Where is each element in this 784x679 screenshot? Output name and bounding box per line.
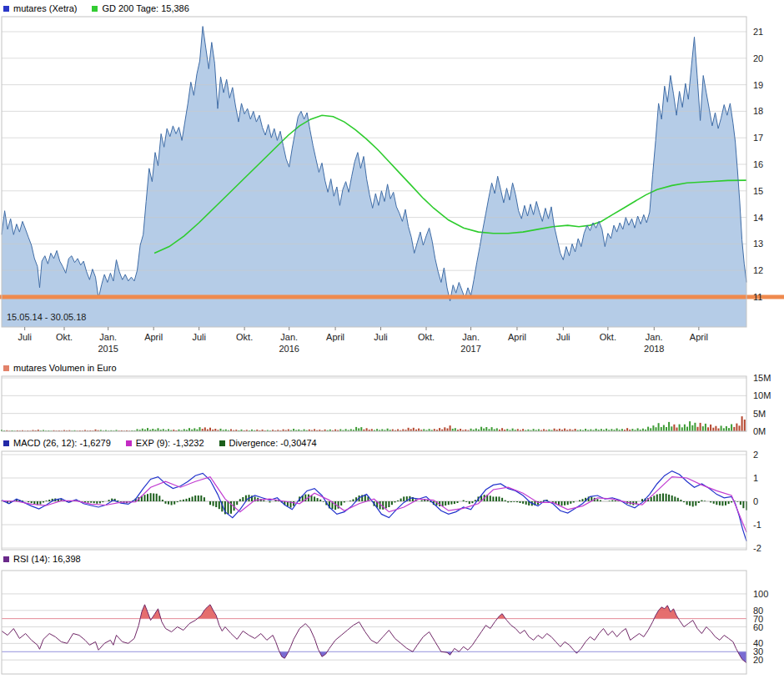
svg-text:2018: 2018 xyxy=(644,344,664,354)
divergence-bar xyxy=(219,501,220,509)
divergence-bar xyxy=(465,501,467,502)
volume-bar xyxy=(652,425,654,431)
divergence-bar xyxy=(150,493,152,501)
volume-bar xyxy=(689,421,691,431)
svg-text:11: 11 xyxy=(753,292,762,302)
rsi-chart: 100807060403020 xyxy=(0,566,784,679)
volume-bar xyxy=(158,428,159,431)
divergence-bar xyxy=(561,501,563,505)
divergence-bar xyxy=(495,496,497,501)
divergence-bar xyxy=(651,497,652,501)
volume-bar xyxy=(721,425,722,431)
divergence-bar xyxy=(698,501,700,503)
date-range-watermark: 15.05.14 - 30.05.18 xyxy=(7,312,86,322)
volume-bar xyxy=(444,427,445,431)
volume-bar xyxy=(666,427,667,431)
volume-bar xyxy=(712,428,714,431)
divergence-bar xyxy=(662,494,664,502)
divergence-bar xyxy=(46,500,48,501)
divergence-legend-item: Divergence: -0,30474 xyxy=(219,438,317,448)
divergence-bar xyxy=(704,500,706,501)
divergence-bar xyxy=(213,501,214,506)
svg-text:-2: -2 xyxy=(753,543,761,552)
volume-bar xyxy=(496,428,498,431)
volume-bar xyxy=(679,425,681,431)
volume-bar xyxy=(710,425,711,431)
exp-swatch xyxy=(126,440,132,446)
macd-legend-item: MACD (26, 12): -1,6279 xyxy=(3,438,111,448)
divergence-bar xyxy=(33,501,35,504)
svg-text:-1: -1 xyxy=(753,520,761,530)
volume-bar xyxy=(147,428,148,431)
volume-bar xyxy=(450,425,451,431)
divergence-bar xyxy=(450,501,452,505)
volume-chart: 15M10M5M0M xyxy=(0,375,784,436)
divergence-bar xyxy=(102,501,103,502)
divergence-bar xyxy=(680,500,681,501)
volume-bar xyxy=(707,427,709,431)
volume-bar xyxy=(439,428,440,431)
divergence-bar xyxy=(323,501,324,502)
divergence-bar xyxy=(719,501,721,505)
svg-text:Jan.: Jan. xyxy=(462,332,480,342)
volume-bar xyxy=(408,428,410,431)
volume-bar xyxy=(358,428,359,431)
divergence-bar xyxy=(228,501,229,514)
divergence-bar xyxy=(492,496,494,501)
volume-bar xyxy=(564,429,565,431)
volume-legend-item: mutares Volumen in Euro xyxy=(3,363,117,373)
divergence-bar xyxy=(391,501,393,505)
divergence-bar xyxy=(725,501,726,505)
divergence-bar xyxy=(742,501,744,508)
divergence-bar xyxy=(686,501,688,505)
divergence-bar xyxy=(713,501,715,504)
divergence-bar xyxy=(659,494,661,501)
divergence-bar xyxy=(215,501,217,507)
divergence-bar xyxy=(28,501,29,502)
price-series-swatch xyxy=(3,6,9,12)
volume-bar xyxy=(209,428,211,431)
divergence-bar xyxy=(48,500,50,501)
svg-text:Okt.: Okt. xyxy=(236,332,253,342)
volume-bar xyxy=(447,429,449,432)
volume-bar xyxy=(647,427,649,431)
divergence-bar xyxy=(653,495,655,501)
divergence-bar xyxy=(421,500,423,501)
price-series-label: mutares (Xetra) xyxy=(13,3,77,13)
divergence-bar xyxy=(314,496,315,501)
divergence-bar xyxy=(567,501,569,505)
divergence-bar xyxy=(293,501,294,506)
divergence-bar xyxy=(731,501,732,502)
volume-bar xyxy=(731,425,732,432)
divergence-bar xyxy=(689,501,691,505)
volume-bar xyxy=(199,427,201,431)
divergence-bar xyxy=(740,501,741,505)
volume-bar xyxy=(700,423,701,431)
divergence-bar xyxy=(701,500,702,501)
volume-bar xyxy=(673,425,675,431)
volume-bar xyxy=(366,428,368,431)
svg-text:Juli: Juli xyxy=(556,332,570,342)
volume-bar xyxy=(512,429,514,431)
price-legend: mutares (Xetra) GD 200 Tage: 15,386 xyxy=(0,2,784,15)
svg-text:2017: 2017 xyxy=(460,344,480,354)
volume-bar xyxy=(697,427,699,431)
stock-chart-page: mutares (Xetra) GD 200 Tage: 15,386 2120… xyxy=(0,2,784,679)
volume-bar xyxy=(418,429,420,431)
price-area xyxy=(2,27,746,327)
divergence-bar xyxy=(162,500,163,501)
divergence-bar xyxy=(403,496,405,501)
divergence-bar xyxy=(204,497,205,501)
macd-legend: MACD (26, 12): -1,6279 EXP (9): -1,3232 … xyxy=(0,436,784,450)
divergence-bar xyxy=(611,500,613,501)
volume-bar xyxy=(491,427,493,431)
volume-bar xyxy=(188,428,190,431)
divergence-bar xyxy=(177,501,178,502)
svg-text:2: 2 xyxy=(753,450,758,460)
rsi-plot-border xyxy=(2,571,746,674)
svg-text:15M: 15M xyxy=(753,375,771,383)
volume-bar xyxy=(360,427,362,431)
price-legend-item: mutares (Xetra) xyxy=(3,3,77,13)
divergence-bar xyxy=(683,501,685,502)
volume-bar xyxy=(671,426,672,431)
